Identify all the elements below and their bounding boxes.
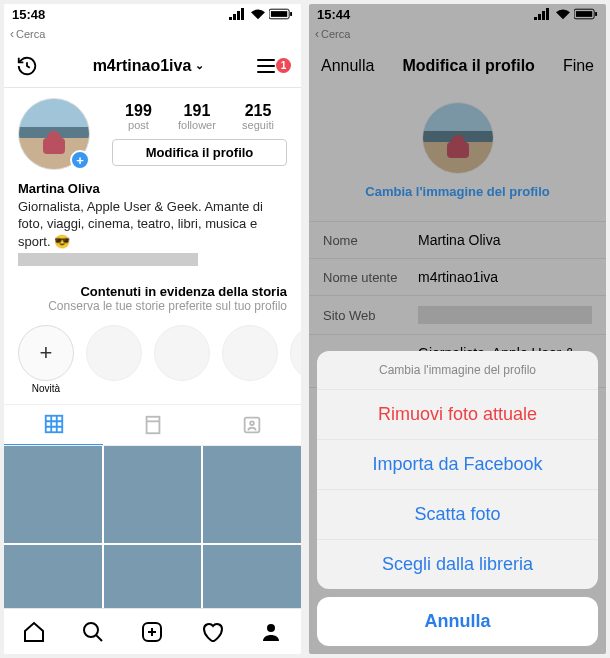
action-sheet-overlay[interactable]: Cambia l'immagine del profilo Rimuovi fo… bbox=[309, 4, 606, 654]
username-dropdown[interactable]: m4rtinao1iva ⌄ bbox=[93, 57, 205, 75]
bio-redacted bbox=[18, 253, 198, 266]
highlights-header: Contenuti in evidenza della storia Conse… bbox=[4, 278, 301, 315]
chevron-down-icon: ⌄ bbox=[195, 59, 204, 72]
profile-icon bbox=[259, 620, 283, 644]
feed-icon bbox=[142, 414, 164, 436]
posts-grid bbox=[4, 446, 301, 608]
tab-activity[interactable] bbox=[200, 620, 224, 644]
stat-following[interactable]: 215 seguiti bbox=[242, 102, 274, 131]
sheet-remove-photo[interactable]: Rimuovi foto attuale bbox=[317, 390, 598, 440]
status-bar: 15:48 bbox=[4, 4, 301, 24]
post-thumbnail[interactable] bbox=[4, 446, 102, 544]
svg-rect-4 bbox=[146, 416, 159, 433]
post-thumbnail[interactable] bbox=[203, 545, 301, 608]
menu-button[interactable]: 1 bbox=[257, 58, 291, 73]
sheet-take-photo[interactable]: Scatta foto bbox=[317, 490, 598, 540]
svg-rect-1 bbox=[271, 11, 287, 17]
highlight-placeholder bbox=[222, 325, 278, 394]
svg-point-9 bbox=[267, 624, 275, 632]
sheet-title: Cambia l'immagine del profilo bbox=[317, 351, 598, 390]
add-post-icon bbox=[140, 620, 164, 644]
highlights-subtitle: Conserva le tue storie preferite sul tuo… bbox=[18, 299, 287, 313]
sheet-choose-library[interactable]: Scegli dalla libreria bbox=[317, 540, 598, 589]
sheet-import-facebook[interactable]: Importa da Facebook bbox=[317, 440, 598, 490]
status-time: 15:48 bbox=[12, 7, 45, 22]
status-indicators bbox=[229, 8, 293, 20]
post-thumbnail[interactable] bbox=[104, 446, 202, 544]
svg-point-7 bbox=[84, 623, 98, 637]
profile-nav: m4rtinao1iva ⌄ 1 bbox=[4, 44, 301, 88]
stat-followers[interactable]: 191 follower bbox=[178, 102, 216, 131]
highlight-placeholder bbox=[154, 325, 210, 394]
display-name: Martina Oliva bbox=[18, 180, 287, 198]
edit-profile-screen: 15:44 ‹ Cerca Annulla Modifica il profil… bbox=[309, 4, 606, 654]
sheet-cancel[interactable]: Annulla bbox=[317, 597, 598, 646]
highlight-placeholder bbox=[86, 325, 142, 394]
highlight-placeholder bbox=[290, 325, 301, 394]
home-icon bbox=[22, 620, 46, 644]
notification-badge: 1 bbox=[276, 58, 291, 73]
search-icon bbox=[81, 620, 105, 644]
profile-tabs bbox=[4, 404, 301, 446]
svg-rect-3 bbox=[45, 416, 62, 433]
svg-rect-2 bbox=[290, 12, 292, 16]
tab-tagged[interactable] bbox=[202, 405, 301, 445]
chevron-left-icon: ‹ bbox=[10, 27, 14, 41]
tab-new-post[interactable] bbox=[140, 620, 164, 644]
archive-button[interactable] bbox=[14, 53, 40, 79]
tab-grid[interactable] bbox=[4, 405, 103, 445]
action-sheet: Cambia l'immagine del profilo Rimuovi fo… bbox=[317, 351, 598, 589]
bio-section: Martina Oliva Giornalista, Apple User & … bbox=[4, 180, 301, 278]
tab-profile[interactable] bbox=[259, 620, 283, 644]
plus-icon: + bbox=[18, 325, 74, 381]
bottom-tab-bar bbox=[4, 608, 301, 654]
post-thumbnail[interactable] bbox=[203, 446, 301, 544]
edit-profile-button[interactable]: Modifica il profilo bbox=[112, 139, 287, 166]
svg-point-6 bbox=[250, 421, 254, 425]
tab-search[interactable] bbox=[81, 620, 105, 644]
grid-icon bbox=[43, 413, 65, 435]
add-story-icon: + bbox=[70, 150, 90, 170]
bio-text: Giornalista, Apple User & Geek. Amante d… bbox=[18, 198, 287, 251]
tagged-icon bbox=[241, 414, 263, 436]
post-thumbnail[interactable] bbox=[104, 545, 202, 608]
post-thumbnail[interactable] bbox=[4, 545, 102, 608]
heart-icon bbox=[200, 620, 224, 644]
stat-posts[interactable]: 199 post bbox=[125, 102, 152, 131]
profile-screen: 15:48 ‹ Cerca m4rtinao1iva ⌄ 1 + bbox=[4, 4, 301, 654]
profile-header: + 199 post 191 follower 215 seguiti Modi… bbox=[4, 88, 301, 180]
tab-feed[interactable] bbox=[103, 405, 202, 445]
tab-home[interactable] bbox=[22, 620, 46, 644]
highlight-new[interactable]: + Novità bbox=[18, 325, 74, 394]
avatar[interactable]: + bbox=[18, 98, 90, 170]
back-to-search[interactable]: ‹ Cerca bbox=[4, 24, 301, 44]
highlights-tray[interactable]: + Novità bbox=[4, 315, 301, 404]
hamburger-icon bbox=[257, 59, 275, 73]
stats-block: 199 post 191 follower 215 seguiti Modifi… bbox=[112, 102, 287, 166]
highlights-title: Contenuti in evidenza della storia bbox=[18, 284, 287, 299]
